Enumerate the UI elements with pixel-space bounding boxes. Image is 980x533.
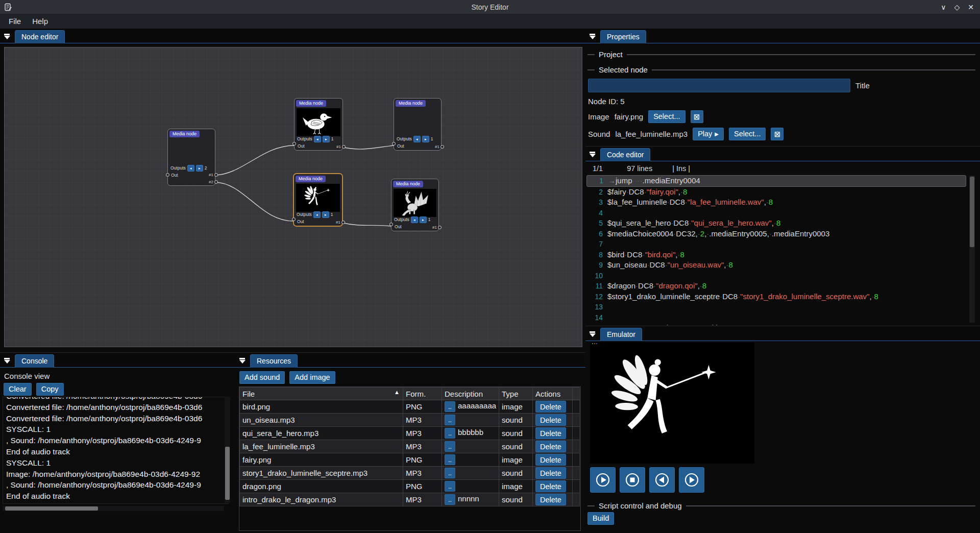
code-line[interactable]: 11$dragon·DC8·"dragon.qoi",·8 xyxy=(586,281,966,292)
decrease-outputs-button[interactable]: ◂ xyxy=(413,136,421,142)
code-scrollbar-thumb[interactable] xyxy=(970,177,974,247)
code-line[interactable]: 3$la_fee_luminelle·DC8·"la_fee_luminelle… xyxy=(586,197,966,208)
code-scrollbar[interactable] xyxy=(969,176,975,323)
column-header-type[interactable]: Type xyxy=(499,387,533,400)
increase-outputs-button[interactable]: ▸ xyxy=(422,136,429,142)
menu-help[interactable]: Help xyxy=(27,15,54,27)
close-button[interactable]: ✕ xyxy=(968,3,974,11)
edit-description-button[interactable]: .. xyxy=(445,468,455,478)
edit-description-button[interactable]: .. xyxy=(445,415,455,425)
console-vscrollbar-thumb[interactable] xyxy=(225,447,230,500)
collapse-panel-icon[interactable] xyxy=(3,34,11,40)
code-line[interactable]: 2$fairy·DC8·"fairy.qoi",·8 xyxy=(586,187,966,198)
delete-button[interactable]: Delete xyxy=(535,454,566,466)
graph-node-bird[interactable]: Media nodeOutputs◂▸1Out#1 xyxy=(294,98,343,151)
node-editor-tab[interactable]: Node editor xyxy=(15,30,65,43)
emulator-step-forward-button[interactable] xyxy=(679,467,704,493)
table-row[interactable]: fairy.pngPNG..imageDelete xyxy=(240,453,580,467)
build-button[interactable]: Build xyxy=(587,512,614,525)
code-line[interactable]: 9$un_oiseau·DC8·"un_oiseau.wav",·8 xyxy=(586,260,966,271)
column-header-description[interactable]: Description xyxy=(442,387,499,400)
input-port[interactable] xyxy=(389,223,393,226)
edit-description-button[interactable]: .. xyxy=(445,428,455,439)
image-clear-button[interactable]: ⊠ xyxy=(691,110,703,123)
resources-tab[interactable]: Resources xyxy=(250,354,298,368)
code-lines[interactable]: 1→jump····.mediaEntry00042$fairy·DC8·"fa… xyxy=(586,175,966,325)
code-line[interactable]: 7 xyxy=(586,239,966,250)
increase-outputs-button[interactable]: ▸ xyxy=(420,216,427,223)
node-connection-wire[interactable] xyxy=(341,223,391,226)
decrease-outputs-button[interactable]: ◂ xyxy=(187,165,194,172)
column-header-file[interactable]: File▲ xyxy=(240,387,403,400)
code-line[interactable]: 15 Drako Text Transitions xyxy=(586,323,966,325)
delete-button[interactable]: Delete xyxy=(535,480,566,492)
output-port-#1[interactable]: #1 xyxy=(435,144,440,149)
edit-description-button[interactable]: .. xyxy=(445,494,455,505)
output-port-#1[interactable]: #1 xyxy=(432,225,437,230)
decrease-outputs-button[interactable]: ◂ xyxy=(313,211,321,218)
delete-button[interactable]: Delete xyxy=(535,467,566,479)
table-row[interactable]: dragon.pngPNG..imageDelete xyxy=(240,480,580,493)
decrease-outputs-button[interactable]: ◂ xyxy=(314,136,321,142)
table-row[interactable]: story1_drako_luminelle_sceptre.mp3MP3..s… xyxy=(240,467,580,480)
console-vscrollbar[interactable] xyxy=(225,397,230,503)
delete-button[interactable]: Delete xyxy=(535,494,566,505)
graph-node-choice[interactable]: Media nodeOutputs◂▸1Out#1 xyxy=(394,98,442,151)
graph-node-dragon[interactable]: Media nodeOutputs◂▸1Out#1 xyxy=(391,179,439,231)
input-port[interactable] xyxy=(292,142,296,146)
node-connection-wire[interactable] xyxy=(214,146,294,175)
node-connection-wire[interactable] xyxy=(214,182,293,221)
add-sound-button[interactable]: Add sound xyxy=(239,371,285,384)
input-port[interactable] xyxy=(292,217,296,221)
console-hscrollbar-thumb[interactable] xyxy=(5,506,98,511)
table-row[interactable]: un_oiseau.mp3MP3..soundDelete xyxy=(240,414,580,427)
console-hscrollbar[interactable] xyxy=(3,506,224,511)
sound-clear-button[interactable]: ⊠ xyxy=(771,128,783,140)
delete-button[interactable]: Delete xyxy=(535,414,566,426)
menu-file[interactable]: File xyxy=(3,15,27,27)
code-line[interactable]: 5$qui_sera_le_hero·DC8·"qui_sera_le_hero… xyxy=(586,218,966,229)
console-copy-button[interactable]: Copy xyxy=(36,383,64,396)
delete-button[interactable]: Delete xyxy=(535,441,566,452)
input-port[interactable] xyxy=(392,142,396,146)
code-line[interactable]: 12$story1_drako_luminelle_sceptre·DC8·"s… xyxy=(586,292,966,302)
table-row[interactable]: intro_drako_le_dragon.mp3MP3..nnnnnsound… xyxy=(240,493,580,506)
code-editor-tab[interactable]: Code editor xyxy=(600,148,650,161)
code-line[interactable]: 6$mediaChoice0004·DC32,·2,·.mediaEntry00… xyxy=(586,229,966,239)
table-row[interactable]: qui_sera_le_hero.mp3MP3..bbbbbbsoundDele… xyxy=(240,427,580,440)
sound-play-button[interactable]: Play ▶ xyxy=(693,128,724,140)
emulator-step-back-button[interactable] xyxy=(649,467,675,493)
node-canvas[interactable]: Media nodeOutputs◂▸2Out#1#2Media nodeOut… xyxy=(4,47,582,347)
image-select-button[interactable]: Select... xyxy=(648,110,685,123)
collapse-panel-icon[interactable] xyxy=(589,152,596,158)
node-title-input[interactable] xyxy=(588,79,850,92)
emulator-stop-button[interactable] xyxy=(620,467,645,493)
table-row[interactable]: la_fee_luminelle.mp3MP3..soundDelete xyxy=(240,440,580,453)
output-port-#1[interactable]: #1 xyxy=(336,220,341,225)
edit-description-button[interactable]: .. xyxy=(445,401,455,412)
code-line[interactable]: 8$bird·DC8·"bird.qoi",·8 xyxy=(586,250,966,260)
output-port-#1[interactable]: #1 xyxy=(209,173,214,177)
graph-node-start[interactable]: Media nodeOutputs◂▸2Out#1#2 xyxy=(167,129,215,186)
add-image-button[interactable]: Add image xyxy=(289,371,335,384)
console-tab[interactable]: Console xyxy=(15,354,54,368)
column-header-format[interactable]: Form. xyxy=(403,387,442,400)
collapse-panel-icon[interactable] xyxy=(589,331,596,338)
output-port-#2[interactable]: #2 xyxy=(209,180,214,184)
delete-button[interactable]: Delete xyxy=(535,427,566,439)
code-line[interactable]: 13 xyxy=(586,302,966,312)
collapse-panel-icon[interactable] xyxy=(238,358,246,365)
titlebar[interactable]: Story Editor ∨ ◇ ✕ xyxy=(0,0,980,14)
emulator-play-button[interactable] xyxy=(590,467,616,493)
decrease-outputs-button[interactable]: ◂ xyxy=(411,216,418,223)
console-clear-button[interactable]: Clear xyxy=(4,383,32,396)
increase-outputs-button[interactable]: ▸ xyxy=(196,165,203,172)
sound-select-button[interactable]: Select... xyxy=(729,128,766,140)
output-port-#1[interactable]: #1 xyxy=(336,144,341,149)
table-row[interactable]: bird.pngPNG..aaaaaaaaaimageDelete xyxy=(240,400,580,414)
node-connection-wire[interactable] xyxy=(342,146,394,149)
code-line[interactable]: 4 xyxy=(586,208,966,219)
emulator-tab[interactable]: Emulator xyxy=(600,328,642,341)
code-line[interactable]: 10 xyxy=(586,271,966,281)
code-line[interactable]: 14 xyxy=(586,312,966,323)
